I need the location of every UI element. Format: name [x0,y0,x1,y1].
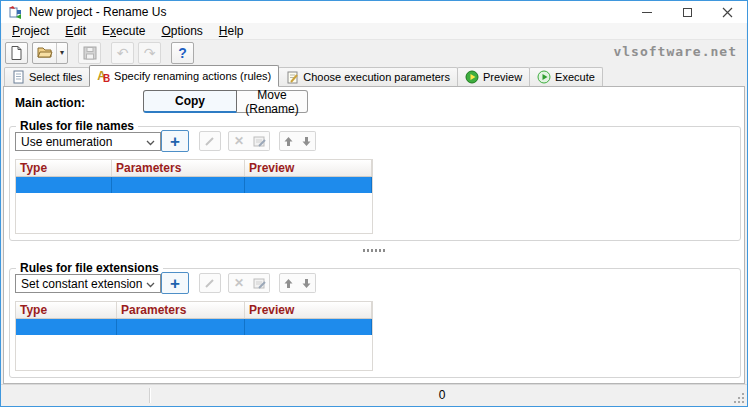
undo-button[interactable]: ↶ [111,42,134,64]
menu-edit[interactable]: Edit [57,23,94,39]
tab-preview[interactable]: Preview [457,67,530,86]
brand-text: vlsoftware.net [613,44,737,59]
tab-select-files[interactable]: Select files [4,67,90,86]
column-header-parameters[interactable]: Parameters [112,160,245,176]
add-rule-icon: + [170,133,180,150]
tab-bar: Select files AB Specify renaming actions… [3,65,745,86]
add-rule-button[interactable]: + [161,130,189,152]
cell-preview [245,177,372,193]
table-row[interactable] [16,319,372,335]
minimize-icon [642,12,652,13]
cell-parameters [112,177,245,193]
app-window: New project - Rename Us Project Edit Exe… [0,0,748,407]
table-header: Type Parameters Preview [16,160,372,177]
rule-type-select-extensions[interactable]: Set constant extension [15,274,161,293]
open-folder-icon [37,46,53,59]
maximize-button[interactable] [667,1,707,23]
move-rename-button[interactable]: Move (Rename) [237,90,308,113]
menu-execute[interactable]: Execute [94,23,153,39]
window-title: New project - Rename Us [29,5,166,19]
content-panel: Main action: Copy Move (Rename) Rules fo… [3,86,745,384]
edit-rule-form-button[interactable] [249,131,270,151]
column-header-preview[interactable]: Preview [245,302,372,318]
main-action-toggle: Copy Move (Rename) [143,90,308,113]
rename-ab-icon: AB [97,69,110,84]
column-header-type[interactable]: Type [16,302,117,318]
menu-help[interactable]: Help [211,23,252,39]
tab-label: Select files [29,71,82,83]
tab-label: Choose execution parameters [303,71,450,83]
minimize-button[interactable] [627,1,667,23]
rule-type-value: Set constant extension [21,277,142,291]
chevron-down-icon [146,282,155,288]
edit-rule-button[interactable] [199,131,221,151]
group-title: Rules for file names [16,119,138,133]
edit-rule-icon [204,135,216,147]
move-rule-down-button[interactable] [297,273,316,293]
help-button[interactable]: ? [171,42,194,64]
maximize-icon [683,8,692,17]
column-header-parameters[interactable]: Parameters [117,302,245,318]
menu-options[interactable]: Options [153,23,210,39]
group-rules-file-extensions: Rules for file extensions Set constant e… [9,268,741,378]
cell-parameters [117,319,245,335]
delete-rule-icon: ✕ [234,276,244,290]
move-up-icon [283,136,294,147]
save-project-button[interactable] [78,42,101,64]
close-button[interactable] [707,1,747,23]
cell-type [16,177,112,193]
new-project-button[interactable] [5,42,28,64]
edit-rule-icon [204,277,216,289]
close-icon [722,7,733,18]
delete-rule-button[interactable]: ✕ [228,273,250,293]
caption-buttons [627,1,747,23]
document-icon [12,70,25,84]
rules-table-extensions: Type Parameters Preview [15,301,373,371]
column-header-preview[interactable]: Preview [245,160,372,176]
delete-rule-button[interactable]: ✕ [228,131,250,151]
tab-label: Execute [555,71,595,83]
add-rule-button[interactable]: + [161,272,189,294]
cell-type [16,319,117,335]
tab-execute[interactable]: Execute [529,67,603,86]
tab-label: Specify renaming actions (rules) [114,70,271,82]
cell-preview [245,319,372,335]
open-project-button[interactable] [33,43,56,63]
move-up-icon [283,278,294,289]
redo-button[interactable]: ↷ [138,42,161,64]
rule-type-select-names[interactable]: Use enumeration [15,132,161,151]
redo-icon: ↷ [144,46,156,60]
move-rule-down-button[interactable] [297,131,316,151]
delete-rule-icon: ✕ [234,134,244,148]
edit-rule-form-button[interactable] [249,273,270,293]
app-icon [8,5,23,20]
tab-specify-rules[interactable]: AB Specify renaming actions (rules) [89,65,279,87]
add-rule-icon: + [170,275,180,292]
move-down-icon [301,278,312,289]
move-rule-up-button[interactable] [279,131,298,151]
new-file-icon [9,45,24,61]
group-title: Rules for file extensions [16,261,163,275]
resize-grip-icon[interactable] [733,392,746,405]
copy-button[interactable]: Copy [143,90,237,113]
edit-rule-button[interactable] [199,273,221,293]
move-down-icon [301,136,312,147]
splitter-grip[interactable] [363,249,385,252]
column-header-type[interactable]: Type [16,160,112,176]
table-row[interactable] [16,177,372,193]
menu-project[interactable]: Project [4,23,57,39]
rule-type-value: Use enumeration [21,135,112,149]
table-header: Type Parameters Preview [16,302,372,319]
menubar: Project Edit Execute Options Help [2,23,746,39]
note-edit-icon [286,70,299,84]
move-rule-up-button[interactable] [279,273,298,293]
help-icon: ? [178,46,187,60]
file-count: 0 [149,385,735,407]
tab-execution-parameters[interactable]: Choose execution parameters [278,67,458,86]
tab-label: Preview [483,71,522,83]
group-rules-file-names: Rules for file names Use enumeration + ✕ [9,126,741,241]
open-dropdown-arrow-icon[interactable]: ▾ [56,43,67,63]
save-icon [83,46,97,60]
chevron-down-icon [146,140,155,146]
main-action-label: Main action: [15,96,85,110]
